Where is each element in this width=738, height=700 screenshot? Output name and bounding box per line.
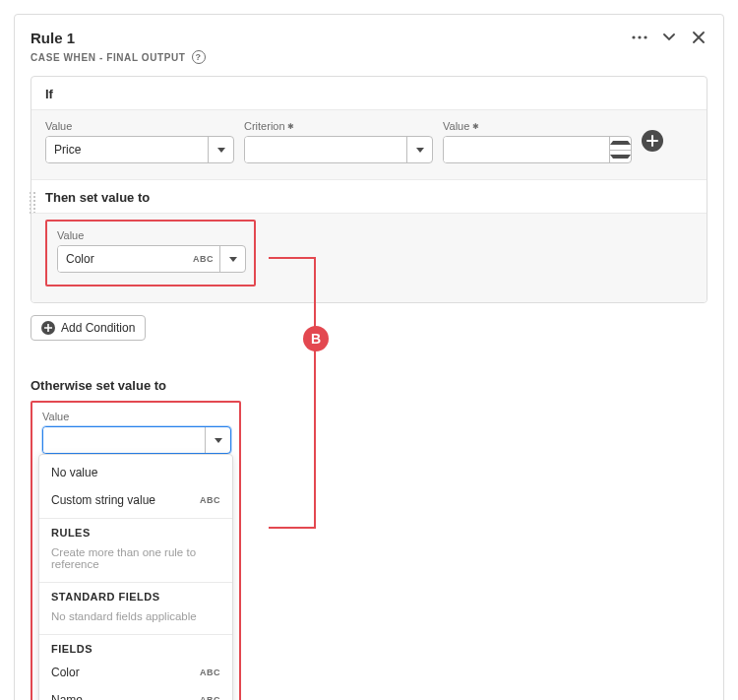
rule-block: If Value Price Criterion xyxy=(31,76,707,303)
panel-subtitle: CASE WHEN - FINAL OUTPUT xyxy=(31,52,186,63)
then-value-label: Value xyxy=(57,229,246,241)
if-value-selected: Price xyxy=(46,137,208,162)
type-badge: ABC xyxy=(200,668,220,677)
dropdown-item-label: No value xyxy=(51,466,97,479)
if-value-label: Value xyxy=(45,120,234,132)
if-value2-selected xyxy=(444,137,609,162)
dropdown-hint-rules: Create more than one rule to reference xyxy=(39,542,232,578)
close-icon[interactable] xyxy=(690,29,707,46)
otherwise-section: Otherwise set value to Value No value Cu… xyxy=(31,378,707,700)
svg-point-1 xyxy=(638,35,641,38)
dropdown-section-standard: STANDARD FIELDS xyxy=(39,582,232,606)
then-value-select[interactable]: Color ABC xyxy=(57,245,246,273)
chevron-down-icon[interactable] xyxy=(208,137,233,162)
if-criterion-selected xyxy=(245,137,406,162)
dropdown-item-field[interactable]: Color ABC xyxy=(39,659,232,686)
chevron-down-icon[interactable] xyxy=(406,137,432,162)
add-condition-label: Add Condition xyxy=(61,321,135,335)
chevron-down-icon[interactable] xyxy=(660,29,678,46)
rule-panel: Rule 1 CASE WHEN - FINAL OUTPUT ? If Val… xyxy=(14,14,724,700)
more-icon[interactable] xyxy=(631,29,648,46)
dropdown-item-custom-string[interactable]: Custom string value ABC xyxy=(39,486,232,514)
if-criterion-select[interactable] xyxy=(244,136,433,163)
then-heading: Then set value to xyxy=(31,179,707,213)
panel-subtitle-row: CASE WHEN - FINAL OUTPUT ? xyxy=(15,50,723,76)
dropdown-item-no-value[interactable]: No value xyxy=(39,459,232,486)
dropdown-item-field[interactable]: Name ABC xyxy=(39,686,232,700)
if-body: Value Price Criterion Value xyxy=(31,109,707,179)
add-criterion-button[interactable] xyxy=(642,130,663,152)
annotation-badge: B xyxy=(303,326,329,351)
svg-point-0 xyxy=(632,35,635,38)
dropdown-item-label: Color xyxy=(51,666,80,679)
chevron-down-icon[interactable] xyxy=(219,246,245,272)
otherwise-body: Value No value Custom string value ABC R… xyxy=(31,401,707,700)
panel-header-actions xyxy=(631,29,707,46)
step-down-icon[interactable] xyxy=(610,151,631,163)
dropdown-section-fields: FIELDS xyxy=(39,634,232,659)
then-highlight: Value Color ABC xyxy=(45,220,256,286)
type-badge: ABC xyxy=(200,495,220,505)
dropdown-section-rules: RULES xyxy=(39,518,232,542)
svg-point-2 xyxy=(644,35,646,38)
add-condition-button[interactable]: Add Condition xyxy=(31,315,146,341)
if-criterion-label: Criterion xyxy=(244,120,285,132)
step-up-icon[interactable] xyxy=(610,137,631,151)
chevron-down-icon[interactable] xyxy=(205,427,230,453)
value-dropdown: No value Custom string value ABC RULES C… xyxy=(38,454,233,700)
then-value-selected: Color xyxy=(58,246,193,272)
otherwise-heading: Otherwise set value to xyxy=(31,378,707,401)
then-body: Value Color ABC xyxy=(31,213,707,302)
dropdown-hint-standard: No standard fields applicable xyxy=(39,606,232,630)
help-icon[interactable]: ? xyxy=(192,50,206,64)
type-badge: ABC xyxy=(200,695,220,700)
panel-header: Rule 1 xyxy=(15,15,723,50)
otherwise-value-select[interactable] xyxy=(42,426,231,454)
if-heading: If xyxy=(31,77,707,109)
number-stepper[interactable] xyxy=(609,137,631,162)
if-value-select[interactable]: Price xyxy=(45,136,234,163)
dropdown-item-label: Name xyxy=(51,693,83,700)
panel-title: Rule 1 xyxy=(31,30,75,46)
if-value2-label: Value xyxy=(443,120,469,132)
dropdown-item-label: Custom string value xyxy=(51,493,155,507)
if-value2-input[interactable] xyxy=(443,136,632,163)
otherwise-value-selected xyxy=(43,427,205,453)
then-value-type: ABC xyxy=(193,246,219,272)
otherwise-value-label: Value xyxy=(42,411,231,422)
plus-icon xyxy=(41,321,55,335)
